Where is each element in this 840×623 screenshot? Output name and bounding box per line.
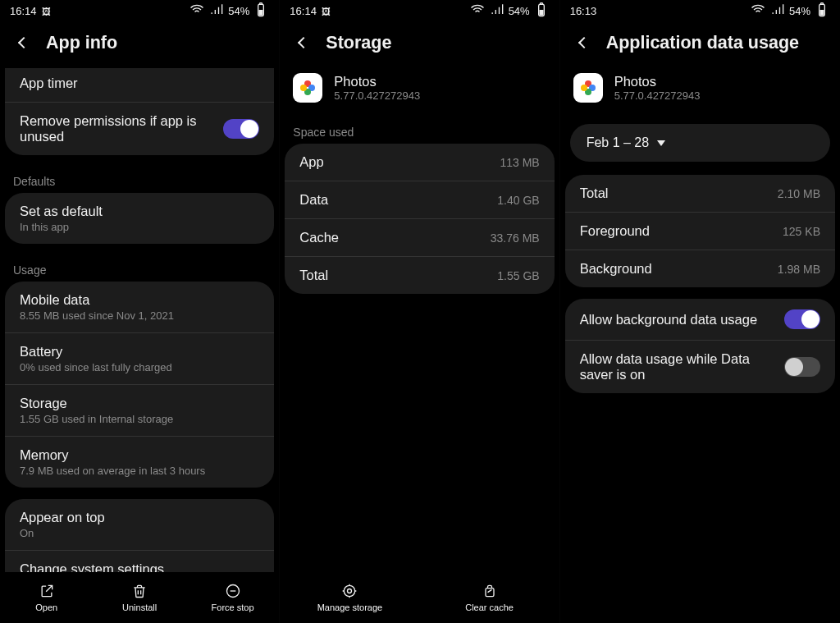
chevron-down-icon bbox=[657, 140, 665, 146]
battery-title: Battery bbox=[20, 344, 172, 360]
force-stop-label: Force stop bbox=[212, 602, 254, 612]
allow-datasaver-toggle[interactable] bbox=[784, 357, 820, 377]
uninstall-label: Uninstall bbox=[122, 602, 157, 612]
app-timer-title: App timer bbox=[20, 76, 78, 91]
usage-foreground-label: Foreground bbox=[580, 223, 650, 239]
svg-point-10 bbox=[300, 85, 307, 91]
clear-cache-action[interactable]: Clear cache bbox=[420, 572, 559, 623]
app-name: Photos bbox=[614, 74, 701, 89]
page-header: Storage bbox=[280, 22, 559, 68]
set-as-default-row[interactable]: Set as default In this app bbox=[5, 193, 274, 244]
screen-app-info: 16:14 🖼 54% App info bbox=[0, 0, 280, 623]
photos-app-icon bbox=[293, 73, 322, 103]
appear-on-top-sub: On bbox=[20, 527, 105, 539]
storage-sub: 1.55 GB used in Internal storage bbox=[20, 413, 173, 425]
back-button[interactable] bbox=[293, 32, 314, 53]
data-controls-panel: Allow background data usage Allow data u… bbox=[565, 299, 835, 393]
defaults-section-label: Defaults bbox=[0, 167, 279, 193]
remove-permissions-title: Remove permissions if app is unused bbox=[20, 113, 208, 144]
privacy-panel: App timer Remove permissions if app is u… bbox=[5, 68, 274, 155]
usage-background-value: 1.98 MB bbox=[778, 263, 820, 276]
app-name: Photos bbox=[334, 74, 420, 89]
wifi-icon bbox=[189, 2, 205, 21]
status-bar: 16:13 54% bbox=[560, 0, 840, 22]
date-range-label: Feb 1 – 28 bbox=[587, 135, 650, 150]
app-version: 5.77.0.427272943 bbox=[334, 89, 420, 102]
storage-app-value: 113 MB bbox=[500, 156, 539, 169]
storage-cache-row: Cache 33.76 MB bbox=[285, 218, 554, 256]
mobile-data-sub: 8.55 MB used since Nov 1, 2021 bbox=[20, 309, 174, 322]
storage-total-label: Total bbox=[299, 268, 328, 283]
svg-rect-2 bbox=[259, 10, 263, 16]
clock-time: 16:13 bbox=[570, 5, 597, 17]
set-as-default-title: Set as default bbox=[20, 204, 103, 219]
date-range-selector[interactable]: Feb 1 – 28 bbox=[570, 124, 830, 162]
image-indicator-icon: 🖼 bbox=[322, 7, 331, 16]
uninstall-action[interactable]: Uninstall bbox=[93, 572, 185, 623]
trash-icon bbox=[131, 583, 148, 599]
allow-datasaver-label: Allow data usage while Data saver is on bbox=[580, 351, 769, 383]
allow-datasaver-row[interactable]: Allow data usage while Data saver is on bbox=[565, 340, 835, 393]
svg-point-11 bbox=[345, 585, 355, 596]
usage-total-label: Total bbox=[580, 186, 609, 201]
storage-title: Storage bbox=[20, 396, 173, 411]
open-action[interactable]: Open bbox=[0, 572, 93, 623]
svg-rect-15 bbox=[820, 3, 823, 5]
remove-permissions-toggle[interactable] bbox=[223, 119, 259, 139]
app-timer-row[interactable]: App timer bbox=[5, 68, 274, 102]
svg-rect-6 bbox=[539, 10, 543, 16]
allow-background-toggle[interactable] bbox=[784, 309, 820, 329]
storage-data-value: 1.40 GB bbox=[497, 194, 539, 207]
signal-icon bbox=[208, 2, 225, 21]
page-header: App info bbox=[0, 22, 279, 68]
usage-total-value: 2.10 MB bbox=[778, 187, 820, 200]
allow-background-row[interactable]: Allow background data usage bbox=[565, 299, 835, 340]
usage-panel: Mobile data 8.55 MB used since Nov 1, 20… bbox=[5, 282, 274, 488]
svg-rect-1 bbox=[260, 3, 262, 5]
bottom-action-bar: Manage storage Clear cache bbox=[280, 572, 559, 623]
usage-summary-panel: Total 2.10 MB Foreground 125 KB Backgrou… bbox=[565, 175, 835, 287]
usage-total-row: Total 2.10 MB bbox=[565, 175, 835, 212]
app-identity: Photos 5.77.0.427272943 bbox=[280, 68, 559, 117]
usage-section-label: Usage bbox=[0, 255, 279, 282]
storage-total-value: 1.55 GB bbox=[497, 269, 539, 282]
app-version: 5.77.0.427272943 bbox=[614, 89, 701, 102]
svg-point-12 bbox=[348, 589, 352, 593]
usage-foreground-value: 125 KB bbox=[783, 225, 820, 238]
image-indicator-icon: 🖼 bbox=[42, 7, 51, 16]
usage-background-label: Background bbox=[580, 261, 652, 277]
storage-data-label: Data bbox=[299, 192, 328, 208]
storage-cache-value: 33.76 MB bbox=[491, 231, 540, 245]
open-icon bbox=[39, 583, 55, 599]
appear-on-top-row[interactable]: Appear on top On bbox=[5, 499, 274, 550]
clock-time: 16:14 bbox=[290, 5, 317, 17]
usage-background-row: Background 1.98 MB bbox=[565, 250, 835, 287]
storage-cache-label: Cache bbox=[299, 230, 339, 245]
svg-point-20 bbox=[581, 85, 587, 91]
battery-row[interactable]: Battery 0% used since last fully charged bbox=[5, 332, 274, 384]
space-used-section-label: Space used bbox=[280, 117, 559, 144]
mobile-data-row[interactable]: Mobile data 8.55 MB used since Nov 1, 20… bbox=[5, 282, 274, 332]
storage-app-row: App 113 MB bbox=[285, 144, 554, 181]
manage-storage-action[interactable]: Manage storage bbox=[280, 572, 419, 623]
remove-permissions-row[interactable]: Remove permissions if app is unused bbox=[5, 102, 274, 155]
back-button[interactable] bbox=[573, 32, 595, 53]
force-stop-action[interactable]: Force stop bbox=[186, 572, 279, 623]
battery-icon bbox=[253, 2, 269, 21]
screen-data-usage: 16:13 54% Application data usage bbox=[560, 0, 840, 623]
clear-cache-icon bbox=[482, 583, 498, 599]
svg-rect-16 bbox=[819, 10, 824, 16]
page-header: Application data usage bbox=[560, 22, 840, 68]
app-identity: Photos 5.77.0.427272943 bbox=[560, 68, 840, 117]
memory-row[interactable]: Memory 7.9 MB used on average in last 3 … bbox=[5, 436, 274, 488]
appear-on-top-title: Appear on top bbox=[20, 510, 105, 525]
storage-row[interactable]: Storage 1.55 GB used in Internal storage bbox=[5, 384, 274, 436]
status-bar: 16:14 🖼 54% bbox=[280, 0, 559, 22]
page-title: Application data usage bbox=[606, 33, 799, 53]
back-button[interactable] bbox=[13, 32, 34, 53]
signal-icon bbox=[769, 2, 786, 21]
chevron-left-icon bbox=[18, 37, 30, 48]
usage-foreground-row: Foreground 125 KB bbox=[565, 212, 835, 250]
battery-icon bbox=[533, 2, 550, 21]
chevron-left-icon bbox=[298, 37, 309, 48]
